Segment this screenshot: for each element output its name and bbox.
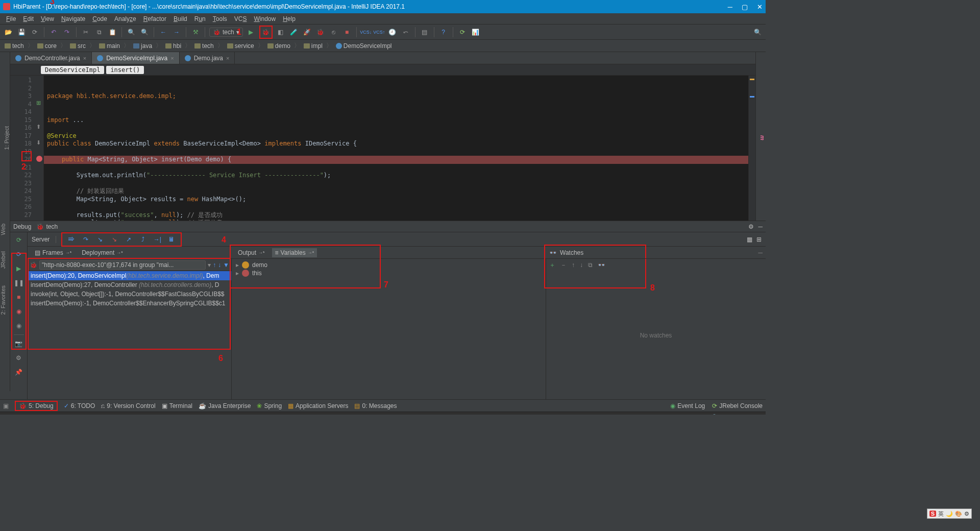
menu-refactor[interactable]: Refactor	[140, 14, 169, 23]
nav-main[interactable]: main	[97, 42, 121, 50]
menu-tools[interactable]: Tools	[210, 14, 230, 23]
menu-view[interactable]: View	[38, 14, 57, 23]
evaluate-icon[interactable]: 🖩	[166, 234, 177, 245]
scroll-map[interactable]	[748, 76, 755, 221]
resume-icon[interactable]: ▶	[13, 263, 24, 274]
nav-demo[interactable]: demo	[266, 42, 292, 50]
maximize-button[interactable]: ▢	[742, 3, 748, 11]
structure-icon[interactable]: ▤	[420, 27, 430, 37]
toolwin-icon[interactable]: ▣	[3, 402, 9, 409]
vcs-commit-icon[interactable]: VCS↑	[374, 27, 384, 37]
step-into-icon[interactable]: ↘	[95, 234, 105, 245]
close-icon[interactable]: ×	[226, 55, 229, 61]
add-watch-icon[interactable]: ＋	[549, 261, 555, 270]
redo-icon[interactable]: ↷	[62, 27, 72, 37]
variables-tab[interactable]: ≡ Variables→*	[272, 248, 317, 257]
nav-pkg-tech[interactable]: tech	[193, 42, 215, 50]
output-tab[interactable]: Output→*	[235, 248, 268, 257]
bc-method[interactable]: insert()	[106, 66, 144, 74]
menu-code[interactable]: Code	[89, 14, 110, 23]
javaee-button[interactable]: ☕Java Enterprise	[199, 402, 251, 409]
hide-icon[interactable]: ─	[758, 249, 763, 256]
frame-row[interactable]: invoke(int, Object, Object[]):-1, DemoCo…	[28, 289, 231, 299]
messages-button[interactable]: ▤0: Messages	[354, 402, 397, 409]
rerun-icon[interactable]: ⟳	[13, 234, 24, 246]
sync-icon[interactable]: ⟳	[30, 27, 40, 37]
jrebel-debug-icon[interactable]: 🐞	[315, 27, 326, 37]
dump-icon[interactable]: 📷	[13, 338, 24, 349]
terminal-button[interactable]: ▣Terminal	[162, 402, 192, 409]
menu-build[interactable]: Build	[170, 14, 190, 23]
close-icon[interactable]: ×	[83, 55, 86, 61]
tab-demoserviceimpl[interactable]: DemoServiceImpl.java ×	[92, 52, 179, 64]
menu-help[interactable]: Help	[280, 14, 299, 23]
menu-navigate[interactable]: Navigate	[58, 14, 88, 23]
appservers-button[interactable]: ▦Application Servers	[288, 402, 348, 409]
copy-icon[interactable]: ⧉	[94, 27, 104, 37]
caret-pos[interactable]: 20:80	[595, 414, 610, 415]
nav-tech[interactable]: tech	[3, 42, 26, 50]
debug-config-tab[interactable]: 🐞 tech	[36, 223, 58, 230]
minimize-panel-icon[interactable]: ─	[758, 223, 763, 230]
stop-icon[interactable]: ■	[342, 27, 352, 37]
jrebel-icon[interactable]: ⟳	[457, 27, 468, 37]
open-icon[interactable]: 📂	[3, 27, 13, 37]
vcs-history-icon[interactable]: 🕘	[387, 27, 398, 37]
watch-up-icon[interactable]: ↑	[572, 261, 575, 269]
menu-window[interactable]: Window	[251, 14, 279, 23]
restore-layout-icon[interactable]: ⊞	[756, 236, 762, 243]
debug-icon[interactable]: 🐞	[261, 27, 271, 37]
pin-icon[interactable]: 📌	[13, 367, 24, 378]
help-icon[interactable]: ?	[438, 27, 449, 37]
run-config-selector[interactable]: 🐞 tech ▾	[209, 28, 243, 37]
undo-icon[interactable]: ↶	[48, 27, 59, 37]
vcs-update-icon[interactable]: VCS↓	[361, 27, 371, 37]
lock-icon[interactable]: 🔓	[710, 414, 718, 415]
override-icon[interactable]: ⬇	[36, 139, 41, 146]
frame-row[interactable]: insertDemo(Demo):-1, DemoController$$Enh…	[28, 299, 231, 308]
server-tab[interactable]: Server	[32, 236, 56, 243]
filter-icon[interactable]: ▼	[223, 261, 229, 269]
tab-democontroller[interactable]: DemoController.java ×	[10, 52, 92, 64]
nav-impl[interactable]: impl	[302, 42, 324, 50]
cut-icon[interactable]: ✂	[81, 27, 91, 37]
variable-row[interactable]: ▸ this	[236, 269, 542, 277]
next-frame-icon[interactable]: ↓	[218, 261, 221, 269]
settings-icon[interactable]: ⚙	[13, 352, 24, 364]
step-over-icon[interactable]: ↷	[81, 234, 91, 245]
force-step-into-icon[interactable]: ↘	[109, 234, 119, 245]
search-everywhere-icon[interactable]: 🔍	[752, 27, 763, 37]
run-to-cursor-icon[interactable]: →|	[152, 234, 162, 245]
find-icon[interactable]: 🔍	[126, 27, 136, 37]
watches-tab[interactable]: Watches	[560, 249, 583, 256]
jrebel-tool-tab[interactable]: JRebel	[0, 248, 6, 272]
menu-run[interactable]: Run	[191, 14, 209, 23]
show-exec-point-icon[interactable]: ⭆	[66, 234, 77, 245]
attach-icon[interactable]: ⎋	[329, 27, 339, 37]
frames-list[interactable]: insert(Demo):20, DemoServiceImpl(hbi.tec…	[28, 271, 231, 399]
vcs-revert-icon[interactable]: ⤺	[401, 27, 411, 37]
coverage-icon[interactable]: ◧	[276, 27, 286, 37]
gear-icon[interactable]: ⚙	[748, 223, 754, 230]
bc-class[interactable]: DemoServiceImpl	[41, 66, 104, 74]
chevron-down-icon[interactable]: ▾	[208, 261, 211, 269]
xrebel-icon[interactable]: 📊	[471, 27, 481, 37]
menu-analyze[interactable]: Analyze	[111, 14, 139, 23]
watch-down-icon[interactable]: ↓	[580, 261, 583, 269]
project-tool-tab[interactable]: 1: Project	[4, 123, 10, 153]
close-icon[interactable]: ×	[170, 55, 174, 61]
paste-icon[interactable]: 📋	[107, 27, 117, 37]
expand-icon[interactable]: ▸	[236, 270, 239, 277]
profiler-icon[interactable]: 🧪	[289, 27, 299, 37]
eventlog-button[interactable]: ◉Event Log	[670, 402, 705, 409]
prev-frame-icon[interactable]: ↑	[213, 261, 216, 269]
menu-edit[interactable]: Edit	[20, 14, 37, 23]
favorites-tool-tab[interactable]: 2: Favorites	[0, 282, 6, 318]
stop-icon[interactable]: ■	[13, 292, 24, 303]
frame-row[interactable]: insertDemo(Demo):27, DemoController (hbi…	[28, 280, 231, 289]
update-icon[interactable]: ⟳	[13, 249, 24, 260]
expand-icon[interactable]: ▸	[236, 261, 239, 269]
code-body[interactable]: package hbi.tech.service.demo.impl; impo…	[44, 76, 748, 221]
menu-file[interactable]: File	[3, 14, 19, 23]
save-all-icon[interactable]: 💾	[16, 27, 27, 37]
